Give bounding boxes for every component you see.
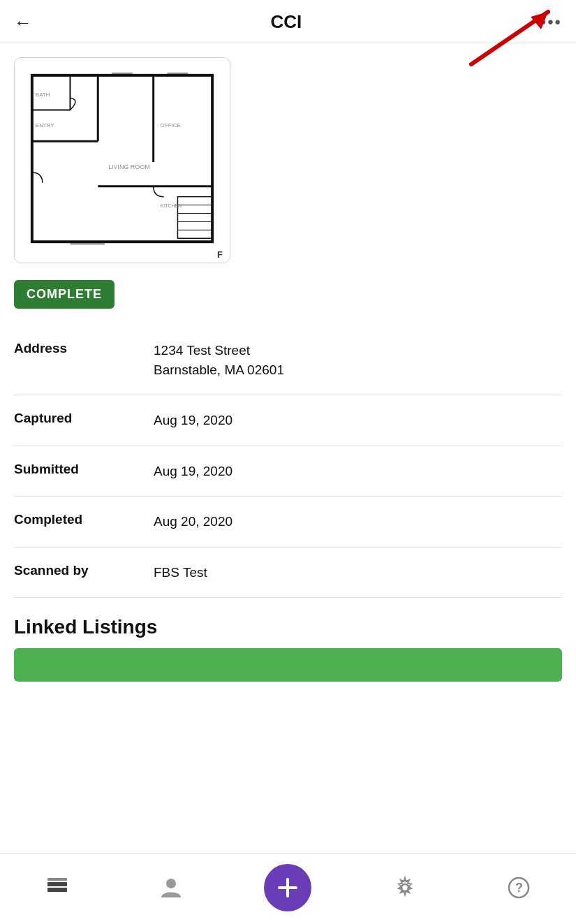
svg-point-30: [166, 879, 176, 888]
more-options-button[interactable]: •••: [540, 13, 562, 32]
completed-label: Completed: [14, 512, 154, 527]
app-header: ← CCI •••: [0, 0, 576, 43]
scanned-by-row: Scanned by FBS Test: [14, 548, 562, 599]
nav-scans-button[interactable]: [36, 867, 78, 909]
svg-text:?: ?: [515, 881, 523, 895]
svg-rect-28: [47, 888, 67, 892]
svg-text:KITCHEN: KITCHEN: [161, 203, 182, 208]
scanned-by-label: Scanned by: [14, 563, 154, 578]
add-icon: [275, 875, 300, 900]
nav-profile-button[interactable]: [150, 867, 192, 909]
scans-icon: [45, 875, 70, 900]
svg-text:ENTRY: ENTRY: [36, 122, 54, 129]
settings-icon: [392, 875, 418, 900]
info-section: Address 1234 Test Street Barnstable, MA …: [14, 325, 562, 598]
address-value: 1234 Test Street Barnstable, MA 02601: [154, 341, 284, 379]
help-icon: ?: [506, 875, 531, 900]
page-title: CCI: [271, 11, 302, 33]
profile-icon: [158, 875, 184, 900]
back-button[interactable]: ←: [14, 13, 32, 31]
nav-add-button[interactable]: [264, 864, 311, 911]
address-row: Address 1234 Test Street Barnstable, MA …: [14, 325, 562, 395]
submitted-row: Submitted Aug 19, 2020: [14, 446, 562, 497]
svg-text:OFFICE: OFFICE: [161, 122, 181, 129]
svg-rect-29: [47, 878, 67, 881]
captured-label: Captured: [14, 411, 154, 426]
nav-help-button[interactable]: ?: [498, 867, 540, 909]
completed-value: Aug 20, 2020: [154, 512, 232, 531]
svg-text:BATH: BATH: [36, 91, 50, 98]
address-label: Address: [14, 341, 154, 356]
scanned-by-value: FBS Test: [154, 563, 207, 582]
svg-text:LIVING ROOM: LIVING ROOM: [108, 163, 150, 170]
floorplan-image[interactable]: BATH ENTRY LIVING ROOM OFFICE KITCHEN F: [14, 57, 230, 263]
svg-rect-27: [47, 882, 67, 886]
main-content: BATH ENTRY LIVING ROOM OFFICE KITCHEN F …: [0, 43, 576, 853]
submitted-value: Aug 19, 2020: [154, 462, 232, 481]
linked-listings-title: Linked Listings: [14, 616, 562, 638]
nav-settings-button[interactable]: [384, 867, 426, 909]
svg-rect-2: [15, 58, 230, 263]
linked-listings-section: Linked Listings: [14, 616, 562, 682]
status-badge: COMPLETE: [14, 280, 115, 309]
svg-text:F: F: [217, 249, 223, 260]
submitted-label: Submitted: [14, 462, 154, 477]
bottom-nav: ?: [0, 853, 576, 924]
captured-value: Aug 19, 2020: [154, 411, 232, 430]
floorplan-svg: BATH ENTRY LIVING ROOM OFFICE KITCHEN F: [15, 58, 230, 263]
captured-row: Captured Aug 19, 2020: [14, 395, 562, 446]
completed-row: Completed Aug 20, 2020: [14, 497, 562, 548]
linked-listing-item[interactable]: [14, 648, 562, 682]
